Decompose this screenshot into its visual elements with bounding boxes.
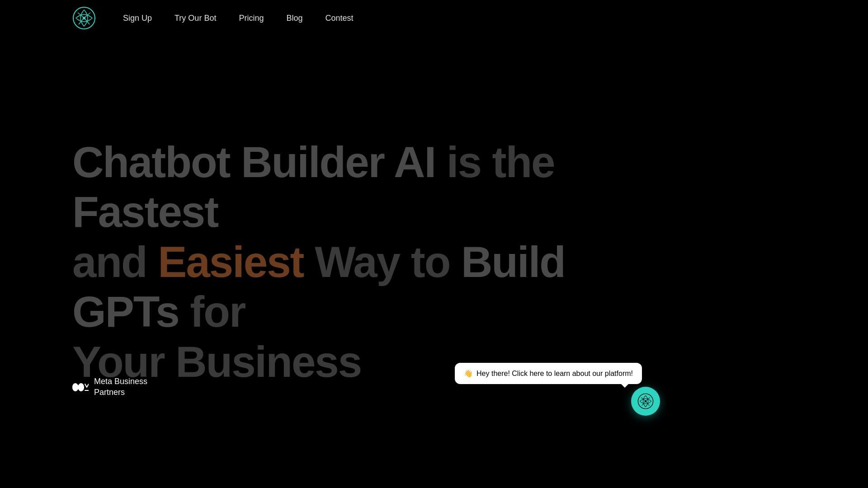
chat-bubble-emoji: 👋 xyxy=(464,369,473,378)
hero-title-fastest: Fastest xyxy=(72,188,218,236)
hero-title-and: and xyxy=(72,238,158,286)
nav-contest[interactable]: Contest xyxy=(325,14,353,23)
meta-text-line2: Partners xyxy=(94,387,147,398)
nav-try-bot[interactable]: Try Our Bot xyxy=(175,14,216,23)
chatbot-button[interactable] xyxy=(631,387,660,416)
hero-title-is-the: is the xyxy=(435,138,554,186)
nav-blog[interactable]: Blog xyxy=(286,14,302,23)
svg-point-3 xyxy=(645,400,646,402)
hero-section: Chatbot Builder AI is the Fastest and Ea… xyxy=(0,0,868,488)
navbar: Sign Up Try Our Bot Pricing Blog Contest xyxy=(0,0,868,36)
nav-signup[interactable]: Sign Up xyxy=(123,14,152,23)
chat-bubble[interactable]: 👋 Hey there! Click here to learn about o… xyxy=(455,363,642,384)
logo[interactable] xyxy=(72,6,96,30)
meta-text-line1: Meta Business xyxy=(94,376,147,387)
hero-title-way-to: Way to xyxy=(304,238,461,286)
meta-text: Meta Business Partners xyxy=(94,376,147,398)
hero-title-easiest: Easiest xyxy=(158,238,303,286)
nav-pricing[interactable]: Pricing xyxy=(239,14,264,23)
hero-title: Chatbot Builder AI is the Fastest and Ea… xyxy=(72,137,660,387)
chat-bubble-text: Hey there! Click here to learn about our… xyxy=(476,370,633,378)
hero-title-for: for xyxy=(179,287,245,336)
hero-title-chatbot-builder: Chatbot Builder AI xyxy=(72,138,435,186)
nav-links: Sign Up Try Our Bot Pricing Blog Contest xyxy=(123,14,354,23)
svg-point-1 xyxy=(83,17,85,19)
meta-badge: Meta Business Partners xyxy=(72,376,147,398)
